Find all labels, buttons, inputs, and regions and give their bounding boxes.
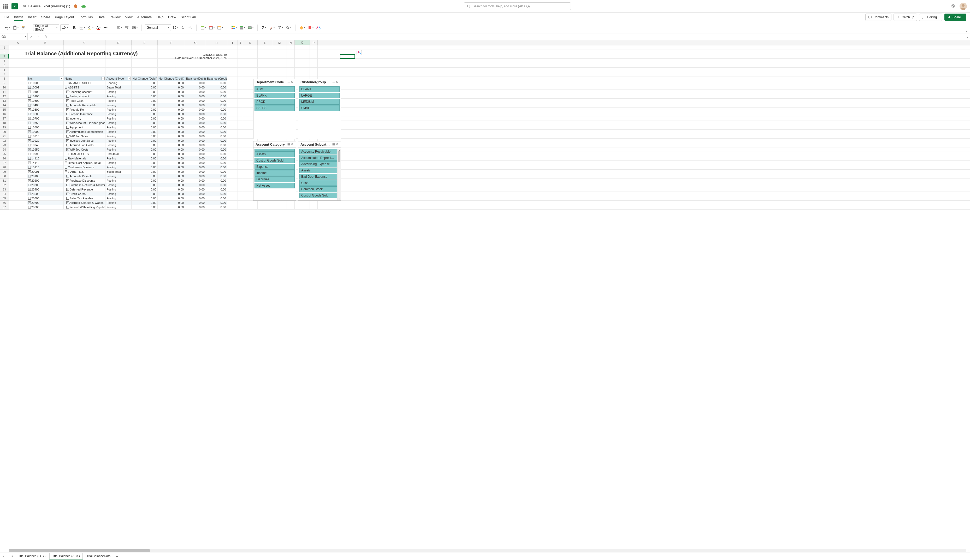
cell[interactable]: −20001: [27, 170, 64, 174]
column-header[interactable]: K: [243, 40, 258, 45]
cell[interactable]: [227, 143, 238, 147]
cell[interactable]: [27, 68, 64, 72]
menu-tab-home[interactable]: Home: [14, 13, 23, 21]
filter-dropdown-icon[interactable]: ▾: [60, 77, 63, 80]
cell[interactable]: [238, 103, 243, 107]
cell[interactable]: No.▾: [27, 77, 64, 81]
cell[interactable]: 0.00: [206, 183, 227, 187]
outline-toggle-icon[interactable]: −: [28, 126, 31, 128]
cell[interactable]: [272, 72, 287, 76]
cell[interactable]: [238, 205, 243, 209]
select-all-corner[interactable]: [0, 40, 9, 45]
sheet-tab[interactable]: Trial Balance (ACY): [49, 553, 83, 560]
cell[interactable]: 0.00: [132, 117, 158, 120]
cell[interactable]: 0.00: [158, 117, 185, 120]
cell[interactable]: 0.00: [185, 205, 206, 209]
share-button[interactable]: Share▾: [944, 13, 966, 21]
cell[interactable]: −Accrued Job Costs: [64, 143, 105, 147]
outline-toggle-icon[interactable]: −: [66, 117, 69, 120]
cell[interactable]: [227, 77, 238, 81]
cell[interactable]: 0.00: [206, 192, 227, 196]
cell[interactable]: −Federal Withholding Payable: [64, 205, 105, 209]
cell[interactable]: [238, 196, 243, 200]
row-header[interactable]: 5: [0, 63, 9, 68]
menu-tab-help[interactable]: Help: [157, 13, 163, 21]
cell[interactable]: [9, 138, 27, 143]
font-size-select[interactable]: 10▾: [60, 24, 69, 31]
cell[interactable]: 0.00: [185, 147, 206, 152]
cell[interactable]: [238, 143, 243, 147]
outline-toggle-icon[interactable]: −: [28, 104, 31, 107]
cell[interactable]: [238, 170, 243, 174]
cell[interactable]: [295, 72, 310, 76]
slicer-item[interactable]: Income: [255, 170, 295, 176]
cell[interactable]: 0.00: [132, 103, 158, 107]
cell[interactable]: [287, 68, 295, 72]
cell[interactable]: 0.00: [158, 125, 185, 130]
cell[interactable]: [206, 45, 227, 50]
cell[interactable]: [185, 45, 206, 50]
slicer-item[interactable]: Expense: [255, 164, 295, 170]
cell[interactable]: 0.00: [206, 98, 227, 103]
cell[interactable]: −10910: [27, 134, 64, 138]
app-launcher-icon[interactable]: [3, 3, 8, 9]
filter-dropdown-icon[interactable]: ▾: [128, 77, 131, 80]
row-header[interactable]: 1: [0, 45, 9, 50]
cell[interactable]: 0.00: [132, 134, 158, 138]
cell[interactable]: [9, 174, 27, 178]
outline-toggle-icon[interactable]: −: [28, 108, 31, 111]
cell[interactable]: [185, 63, 206, 67]
increase-decimal-button[interactable]: .00.0: [187, 24, 193, 31]
cell[interactable]: −10920: [27, 138, 64, 143]
cell[interactable]: Heading: [105, 81, 132, 85]
more-font-button[interactable]: •••: [103, 24, 109, 31]
column-header[interactable]: J: [238, 40, 243, 45]
row-header[interactable]: 4: [0, 59, 9, 63]
cell[interactable]: 0.00: [132, 187, 158, 192]
cell[interactable]: [258, 54, 272, 58]
cell[interactable]: 0.00: [158, 205, 185, 209]
cell[interactable]: [258, 68, 272, 72]
cell[interactable]: 0.00: [158, 156, 185, 160]
cell[interactable]: −BALANCE SHEET: [64, 81, 105, 85]
cell[interactable]: [272, 45, 287, 50]
cell[interactable]: [310, 68, 318, 72]
row-header[interactable]: 29: [0, 170, 9, 174]
conditional-format-button[interactable]: ▾: [230, 24, 238, 31]
cell[interactable]: [238, 81, 243, 85]
cell[interactable]: 0.00: [185, 178, 206, 183]
cell[interactable]: [238, 45, 243, 50]
cell[interactable]: Posting: [105, 165, 132, 169]
outline-toggle-icon[interactable]: −: [66, 139, 69, 142]
cell[interactable]: [227, 50, 238, 54]
outline-toggle-icon[interactable]: −: [28, 139, 31, 142]
cell[interactable]: [310, 59, 318, 63]
cell[interactable]: 0.00: [185, 134, 206, 138]
cell[interactable]: [9, 68, 27, 72]
cell[interactable]: 0.00: [206, 112, 227, 116]
cell[interactable]: [258, 59, 272, 63]
outline-toggle-icon[interactable]: −: [28, 153, 31, 155]
outline-toggle-icon[interactable]: −: [66, 175, 69, 177]
menu-tab-formulas[interactable]: Formulas: [78, 13, 93, 21]
cell[interactable]: −10200: [27, 94, 64, 98]
cell[interactable]: −20200: [27, 178, 64, 183]
cell[interactable]: 0.00: [185, 81, 206, 85]
cell[interactable]: [158, 63, 185, 67]
menu-tab-automate[interactable]: Automate: [137, 13, 152, 21]
cell[interactable]: [272, 50, 287, 54]
find-button[interactable]: ▾: [285, 24, 292, 31]
cell[interactable]: −Saving account: [64, 94, 105, 98]
cell[interactable]: −Accounts Receivable: [64, 103, 105, 107]
cell[interactable]: 0.00: [132, 130, 158, 134]
cell[interactable]: −10400: [27, 103, 64, 107]
outline-toggle-icon[interactable]: −: [28, 99, 31, 102]
outline-toggle-icon[interactable]: −: [28, 166, 31, 168]
cell[interactable]: [310, 205, 318, 209]
row-header[interactable]: 37: [0, 205, 9, 210]
cell[interactable]: 0.00: [158, 196, 185, 200]
cell[interactable]: [227, 205, 238, 209]
cell[interactable]: [238, 63, 243, 67]
cell[interactable]: 0.00: [185, 201, 206, 205]
row-header[interactable]: 17: [0, 117, 9, 121]
